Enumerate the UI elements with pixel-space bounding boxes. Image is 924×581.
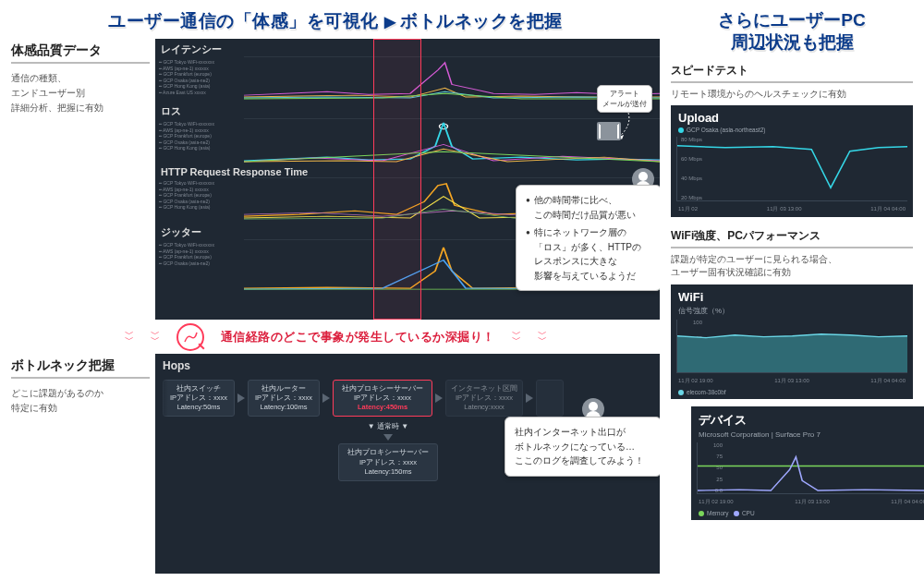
arrow-right-icon xyxy=(322,393,330,403)
panel-upload[interactable]: Upload GCP Osaka (asia-northeast2) 80 Mb… xyxy=(671,105,913,217)
side-desc-quality: 通信の種類、 エンドユーザー別 詳細分析、把握に有効 xyxy=(11,71,150,115)
right-panel: さらにユーザーPC 周辺状況も把握 スピードテスト リモート環境からのヘルスチェ… xyxy=(671,9,913,574)
section-speedtest: スピードテスト リモート環境からのヘルスチェックに有効 Upload GCP O… xyxy=(671,63,913,218)
left-panel: ユーザー通信の「体感」を可視化 ▶ ボトルネックを把握 体感品質データ 通信の種… xyxy=(11,9,660,574)
chevron-down-icon: ﹀﹀ xyxy=(125,332,134,343)
chart-loss[interactable]: ロス ━ GCP Tokyo WiFi-xxxxxxx━ AWS (ap-ne-… xyxy=(155,101,660,163)
heading-speedtest: スピードテスト xyxy=(671,63,913,83)
hop-node[interactable] xyxy=(536,380,564,417)
chart-legend: ━ GCP Tokyo WiFi-xxxxxxx━ AWS (ap-ne-1) … xyxy=(155,118,244,163)
chevron-down-icon: ﹀﹀ xyxy=(538,332,547,343)
side-desc-bottleneck: どこに課題があるのか 特定に有効 xyxy=(11,386,150,416)
mail-icon xyxy=(597,122,621,140)
side-section-quality: 体感品質データ 通信の種類、 エンドユーザー別 詳細分析、把握に有効 xyxy=(11,39,150,320)
title-part-b: ボトルネックを把握 xyxy=(400,11,563,30)
arrow-right-icon xyxy=(526,393,533,403)
drilldown-caption: 通信経路のどこで事象が発生しているか深掘り！ xyxy=(221,329,495,345)
chevron-down-icon: ﹀﹀ xyxy=(151,332,160,343)
title-part-a: ユーザー通信の「体感」を可視化 xyxy=(108,11,379,30)
chart-latency[interactable]: レイテンシー ━ GCP Tokyo WiFi-xxxxxxx━ AWS (ap… xyxy=(155,39,660,101)
side-heading-quality: 体感品質データ xyxy=(11,42,150,64)
arrow-right-icon xyxy=(435,393,443,403)
hop-node[interactable]: 社内ルーター IPアドレス：xxxx Latency:100ms xyxy=(248,380,320,417)
desc-wifi: 課題が特定のユーザーに見られる場合、 ユーザー固有状況確認に有効 xyxy=(671,253,913,280)
section-wifi-perf: WiFi強度、PCパフォーマンス 課題が特定のユーザーに見られる場合、 ユーザー… xyxy=(671,228,913,520)
svg-marker-1 xyxy=(677,333,907,371)
triangle-icon: ▶ xyxy=(384,14,400,30)
upload-legend: GCP Osaka (asia-northeast2) xyxy=(671,127,913,137)
panel-wifi[interactable]: WiFi 信号強度（%） 100755025 11月 02 19:0011月 0… xyxy=(671,284,913,399)
arrow-down-icon xyxy=(383,434,393,441)
hop-node-bottleneck[interactable]: 社内プロキシーサーバー IPアドレス：xxxx Latency:450ms xyxy=(333,380,432,417)
panel-device[interactable]: デバイス Microsoft Corporation | Surface Pro… xyxy=(691,406,924,520)
desc-speedtest: リモート環境からのヘルスチェックに有効 xyxy=(671,88,913,101)
main-title: ユーザー通信の「体感」を可視化 ▶ ボトルネックを把握 xyxy=(11,9,660,33)
hops-normal-compare: ▼ 通常時 ▼ 社内プロキシーサーバー IPアドレス：xxxx Latency:… xyxy=(329,421,447,480)
chevron-down-icon: ﹀﹀ xyxy=(512,332,521,343)
side-section-bottleneck: ボトルネック把握 どこに課題があるのか 特定に有効 xyxy=(11,354,150,574)
chart-legend: ━ GCP Tokyo WiFi-xxxxxxx━ AWS (ap-ne-1) … xyxy=(155,56,244,101)
quality-dashboard[interactable]: アラート メールが送付 他の時間帯に比べ、 この時間だけ品質が悪い 特にネットワ… xyxy=(155,39,660,320)
right-title: さらにユーザーPC 周辺状況も把握 xyxy=(671,9,913,54)
hop-node[interactable]: インターネット区間 IPアドレス：xxxx Latency:xxxx xyxy=(445,380,523,417)
hop-node-normal[interactable]: 社内プロキシーサーバー IPアドレス：xxxx Latency:150ms xyxy=(338,443,438,480)
magnify-route-icon xyxy=(176,323,204,351)
chart-legend: ━ GCP Tokyo WiFi-xxxxxxx━ AWS (ap-ne-1) … xyxy=(155,239,244,291)
drilldown-divider: ﹀﹀ ﹀﹀ 通信経路のどこで事象が発生しているか深掘り！ ﹀﹀ ﹀﹀ xyxy=(11,320,660,354)
alert-mail-bubble: アラート メールが送付 xyxy=(597,85,652,113)
side-heading-bottleneck: ボトルネック把握 xyxy=(11,357,150,379)
hops-dashboard[interactable]: Hops 社内スイッチ IPアドレス：xxxx Latency:50ms 社内ル… xyxy=(155,354,660,574)
hops-title: Hops xyxy=(163,359,652,372)
heading-wifi: WiFi強度、PCパフォーマンス xyxy=(671,228,913,248)
hops-speech-bubble: 社内インターネット出口が ボトルネックになっている… ここのログを調査してみよう… xyxy=(505,417,660,477)
chart-legend: ━ GCP Tokyo WiFi-xxxxxxx━ AWS (ap-ne-1) … xyxy=(155,177,244,222)
arrow-right-icon xyxy=(237,393,245,403)
hops-row: 社内スイッチ IPアドレス：xxxx Latency:50ms 社内ルーター I… xyxy=(163,380,652,417)
hop-node[interactable]: 社内スイッチ IPアドレス：xxxx Latency:50ms xyxy=(163,380,235,417)
analysis-speech-bubble: 他の時間帯に比べ、 この時間だけ品質が悪い 特にネットワーク層の 「ロス」が多く… xyxy=(516,185,660,291)
